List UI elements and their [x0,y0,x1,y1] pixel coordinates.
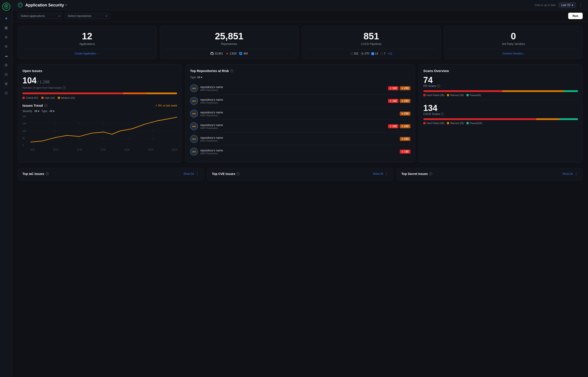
repo-row: aws repository's name AWS Repository C 1… [190,82,410,95]
secret-actions: Show All ⋮ [563,172,578,176]
repositories-select[interactable]: Select repositories [65,13,109,19]
open-issues-panel: Open Issues 104 / 1,288 Number of open f… [18,64,182,163]
high-legend: High (16) [41,96,55,99]
pr-passed-dot [466,94,469,96]
type-filter[interactable]: All ▾ [50,110,54,113]
sidebar-icon-security[interactable]: ⊛ [2,33,10,41]
title-chevron[interactable]: ▾ [65,4,67,7]
sidebar: ★ ▦ ⊛ ⊕ ☁ ⊞ ⊟ ⊠ ⊡ [0,0,12,377]
sidebar-icon-cloud[interactable]: ☁ [2,52,10,59]
filter-bar: Select applications Select repositories … [12,11,588,22]
sidebar-icon-docs[interactable]: ⊠ [2,80,10,88]
cicd-scans-info-icon[interactable]: ? [441,112,444,116]
scans-title: Scans Overview [423,69,578,73]
open-issues-count: 104 [23,76,36,85]
high-progress [123,93,146,94]
applications-select[interactable]: Select applications [18,13,62,19]
score-h-badge: H 233 [400,112,410,116]
repo-row: aws repository's name AWS Repository C 1… [190,120,410,133]
score-h-badge: H 233 [400,86,410,90]
iac-show-all[interactable]: Show All [184,172,194,175]
repo-type-filter: Type All ▾ [190,76,410,79]
cve-dots-button[interactable]: ⋮ [385,172,388,176]
trend-info-icon[interactable]: ? [44,104,47,107]
high-dot [41,97,44,99]
sidebar-icon-dashboard[interactable]: ▦ [2,24,10,32]
cicd-scans-legend: Hard Failed (98) Warned (20) Passed(16) [423,122,578,124]
open-issues-progress [23,93,177,94]
iac-dots-button[interactable]: ⋮ [196,172,199,176]
pr-warned-progress [502,90,564,92]
sidebar-icon-layers[interactable]: ⊟ [2,70,10,78]
critical-dot [23,97,25,99]
severity-chevron: ▾ [38,110,39,113]
metric-cards: 12 Applications Create Application → 25,… [18,26,583,59]
svg-point-28 [127,139,129,139]
iac-section-header: Top IaC Issues ? Show All ⋮ [23,172,199,176]
top-repos-info-icon[interactable]: ? [230,69,233,72]
connect-vendors-link[interactable]: Connect Vendors › [502,52,524,55]
pr-scans-info-icon[interactable]: ? [437,84,440,88]
secret-show-all[interactable]: Show All [563,172,573,175]
score-c-badge: C 132 [388,86,398,90]
cve-show-all[interactable]: Show All [373,172,383,175]
pr-warned-dot [447,94,449,96]
applications-count: 12 [82,32,92,41]
sidebar-icon-settings[interactable]: ⊕ [2,42,10,50]
trend-title: Issues Trend ? [23,104,47,107]
circle-badge: 270 [361,52,369,55]
more-options-button[interactable]: ⋮ [579,3,583,8]
cicd-warned-dot [447,122,449,124]
aws-avatar: aws [190,97,198,105]
svg-point-6 [362,53,363,54]
scans-panel: Scans Overview 74 PR Scans ? Hard Failed… [419,64,583,163]
iac-info-icon[interactable]: ? [46,172,49,175]
repo-row: aws repository's name AWS Repository C 1… [190,95,410,107]
run-button[interactable]: Run [568,13,583,19]
main-content: Application Security ▾ Data is up to dat… [12,0,588,377]
repo-type-val[interactable]: All ▾ [197,76,202,79]
cicd-scans-label: CI/CD Scans ? [423,112,578,116]
cicd-warned-legend: Warned (20) [447,122,464,124]
sidebar-icon-integrations[interactable]: ⊡ [2,89,10,97]
bitbucket-icon [239,52,242,55]
secret-info-icon[interactable]: ? [429,172,432,175]
open-issues-total: / 1,288 [37,80,50,84]
aws-avatar: aws [190,148,198,156]
cve-info-icon[interactable]: ? [236,172,240,175]
sidebar-icon-home[interactable]: ★ [2,14,10,22]
github-actions-badge: 7 [380,52,386,55]
severity-filter[interactable]: All ▾ [34,110,39,113]
sidebar-icon-grid[interactable]: ⊞ [2,61,10,69]
bitbucket-badge: 380 [239,52,248,55]
svg-point-22 [103,131,104,131]
secret-title: Top Secret Issues ? [401,172,432,176]
time-range-button[interactable]: Last 7D ▾ [558,2,576,8]
open-issues-info-icon[interactable]: ? [63,86,66,89]
app-logo[interactable] [2,3,10,11]
cicd-hf-legend: Hard Failed (98) [423,122,444,124]
cicd-label: CI/CD Pipelines [361,42,381,46]
open-issues-subtitle: Number of open from total issues ? [23,86,177,89]
trend-filters: Severity All ▾ Type All ▾ [23,110,177,113]
github-icon [210,52,214,55]
issues-trend-chart: 20K 15K 10K 5k 0 [23,115,177,151]
pr-scans-legend: Hard Failed (38) Warned (30) Passed(6) [423,94,578,96]
pr-scans-label: PR Scans ? [423,84,578,88]
trend-arrow: ↗ [155,104,157,107]
create-application-link[interactable]: Create Application → [74,52,100,55]
secret-issues-section: Top Secret Issues ? Show All ⋮ [397,168,583,180]
cicd-scans-progress [423,118,578,120]
aws-avatar: aws [190,135,198,143]
cve-section-header: Top CVE Issues ? Show All ⋮ [212,172,389,176]
svg-point-21 [79,131,80,131]
svg-text:J: J [351,53,352,54]
page-title-text: Application Security [25,3,64,8]
trend-badge: ↗ 3% vs last week [155,104,177,107]
metric-card-applications: 12 Applications Create Application → [18,26,156,59]
cicd-warned-progress [536,118,559,120]
secret-dots-button[interactable]: ⋮ [575,172,578,176]
score-c-badge: C 132 [388,99,398,103]
jenkins-badge: J 521 [350,52,359,55]
repo-scores: C 132 H 233 [388,86,410,90]
